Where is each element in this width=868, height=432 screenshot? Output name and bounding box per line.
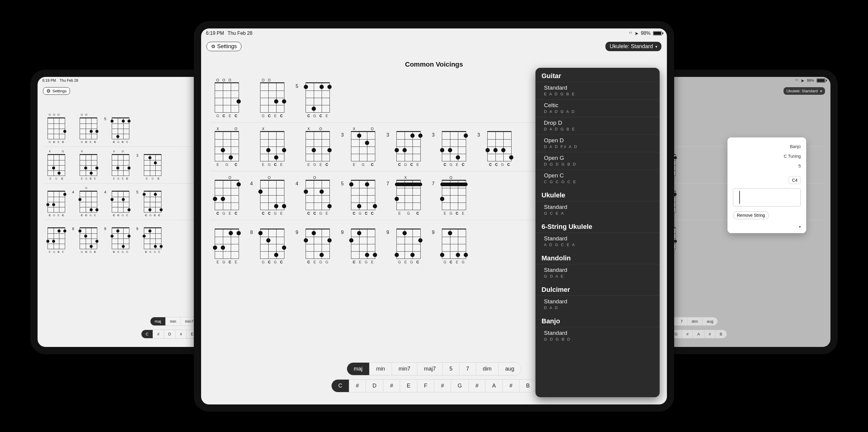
chord-diagram[interactable]: OOGCEC	[76, 113, 100, 143]
pill-maj[interactable]: maj	[347, 363, 370, 375]
chord-diagram[interactable]: 3CCGC	[483, 127, 516, 167]
pill-#[interactable]: #	[469, 379, 486, 392]
chord-diagram[interactable]: 5CGCE	[301, 78, 334, 118]
chord-diagram[interactable]: XEGCE	[76, 150, 100, 180]
chord-diagram[interactable]: 5CGCC	[141, 187, 165, 217]
chord-diagram[interactable]: 9CEGG	[108, 223, 133, 254]
settings-button[interactable]: ⚙ Settings	[43, 87, 70, 95]
note-keycap[interactable]: C4	[789, 176, 801, 184]
chord-diagram[interactable]: 3OCGEC	[210, 175, 244, 215]
pill-maj7[interactable]: maj7	[417, 363, 443, 375]
chord-diagram[interactable]: 3XOEGC	[346, 127, 380, 167]
fret-number: 5	[296, 84, 298, 89]
pill-#[interactable]: #	[503, 379, 519, 392]
pill-5[interactable]: 5	[443, 363, 460, 375]
popover-tuning[interactable]: C Tuning	[784, 154, 801, 159]
pill-#[interactable]: #	[383, 379, 400, 392]
pill-7[interactable]: 7	[460, 363, 476, 375]
chord-diagram[interactable]: 9CEGE	[346, 224, 380, 264]
chord-diagram[interactable]: 7EGCE	[210, 224, 244, 264]
chord-diagram[interactable]: 7XEGC	[392, 175, 425, 215]
pill-C[interactable]: C	[142, 330, 153, 338]
pill-D[interactable]: D	[366, 379, 383, 392]
tuning-option[interactable]: StandardD A D	[535, 296, 660, 313]
tuning-option[interactable]: StandardG D A E	[535, 264, 660, 281]
chord-type-selector[interactable]: majminmin7maj757dimaug	[347, 362, 521, 375]
pill-E[interactable]: E	[400, 379, 417, 392]
wifi-icon: ⌔	[795, 78, 798, 83]
pill-min[interactable]: min	[370, 363, 392, 375]
pill-7[interactable]: 7	[676, 317, 687, 326]
root-note-selector[interactable]: C#D#EF#G#A#B	[331, 379, 537, 392]
tuning-option[interactable]: StandardA D G C E A	[535, 233, 660, 250]
chord-diagram[interactable]: 4OCCGE	[76, 187, 100, 217]
fret-number: 3	[341, 132, 344, 138]
tuning-option[interactable]: StandardG D G B D	[535, 327, 660, 344]
pill-F[interactable]: F	[417, 379, 434, 392]
pill-B[interactable]: B	[519, 379, 536, 392]
chord-diagram[interactable]: 3EGC	[141, 150, 165, 180]
chord-diagram[interactable]: 5CGCE	[108, 113, 133, 143]
remove-string-button[interactable]: Remove String	[733, 211, 769, 219]
chord-diagram[interactable]: 3CGEC	[437, 127, 471, 167]
chord-diagram[interactable]: OOOGCEC	[44, 113, 68, 143]
chord-diagram[interactable]: 9GCEG	[437, 224, 471, 264]
fret-number: 7	[386, 181, 389, 187]
pill-min[interactable]: min	[166, 317, 181, 326]
chord-diagram[interactable]: 3CGCE	[392, 127, 425, 167]
pill-G[interactable]: G	[451, 379, 469, 392]
tuning-option[interactable]: CelticD A D G A D	[535, 99, 660, 117]
pill-aug[interactable]: aug	[498, 363, 521, 375]
chord-diagram[interactable]: 4OCCGE	[301, 175, 334, 215]
chord-diagram[interactable]: 4CCGE	[108, 187, 133, 217]
pill-#[interactable]: #	[682, 330, 693, 338]
chord-diagram[interactable]: 9GEGC	[392, 224, 425, 264]
pill-D[interactable]: D	[164, 330, 176, 338]
pill-#[interactable]: #	[434, 379, 451, 392]
pill-B[interactable]: B	[715, 330, 726, 338]
tuning-option[interactable]: StandardE A D G B E	[535, 82, 660, 99]
tuning-option[interactable]: StandardG C E A	[535, 201, 660, 219]
popover-instrument[interactable]: Banjo	[790, 144, 801, 149]
chord-diagram[interactable]: 8GCGC	[76, 223, 100, 254]
tuning-selector[interactable]: Ukulele: Standard ▾	[783, 87, 825, 95]
pill-A[interactable]: A	[486, 379, 503, 392]
pill-dim[interactable]: dim	[476, 363, 498, 375]
tuning-option[interactable]: Drop DD A D G B E	[535, 117, 660, 134]
chord-diagram[interactable]: XOEGC	[210, 127, 244, 167]
pill-#[interactable]: #	[176, 330, 187, 338]
chord-diagram[interactable]: 3CGEC	[44, 187, 68, 217]
chord-diagram[interactable]: XOEGEC	[108, 150, 133, 180]
tuning-selector[interactable]: Ukulele: Standard ▾	[606, 42, 661, 51]
chord-diagram[interactable]: 5CGCC	[346, 175, 380, 215]
chord-diagram[interactable]: 9CEGG	[301, 224, 334, 264]
chord-diagram[interactable]: OOOGCEC	[210, 78, 244, 118]
pill-min7[interactable]: min7	[392, 363, 417, 375]
pill-C[interactable]: C	[332, 379, 349, 392]
chord-diagram[interactable]: 9CEGE	[141, 223, 165, 254]
tuning-option[interactable]: Open DD A D F# A D	[535, 134, 660, 152]
pill-#[interactable]: #	[153, 330, 164, 338]
pill-#[interactable]: #	[349, 379, 366, 392]
chord-diagram[interactable]: XEGCE	[256, 127, 289, 167]
pill-aug[interactable]: aug	[703, 317, 718, 326]
chord-diagram[interactable]: XOEGEC	[301, 127, 334, 167]
chord-diagram[interactable]: 4OCCGE	[256, 175, 289, 215]
tuning-option[interactable]: Open GD G D G B D	[535, 152, 660, 169]
settings-button[interactable]: ⚙ Settings	[207, 42, 241, 51]
tuning-group-title: Mandolin	[535, 250, 660, 264]
note-edit-field[interactable]	[733, 188, 801, 206]
chord-diagram[interactable]: XOEGC	[44, 150, 68, 180]
tuning-option[interactable]: Open CC G C G C E	[535, 169, 660, 187]
chord-diagram[interactable]: OOGCEC	[256, 78, 289, 118]
pill-A[interactable]: A	[693, 330, 705, 338]
chevron-down-icon[interactable]: ▾	[733, 225, 801, 229]
chord-diagram[interactable]: 8GCGC	[256, 224, 289, 264]
pill-#[interactable]: #	[705, 330, 715, 338]
chord-diagram[interactable]: 7EGCE	[44, 223, 68, 254]
popover-strings[interactable]: 5	[798, 164, 801, 168]
tuning-menu[interactable]: GuitarStandardE A D G B ECelticD A D G A…	[535, 68, 660, 397]
pill-maj[interactable]: maj	[151, 317, 166, 326]
pill-dim[interactable]: dim	[687, 317, 703, 326]
chord-diagram[interactable]: 7OEGCE	[437, 175, 471, 215]
